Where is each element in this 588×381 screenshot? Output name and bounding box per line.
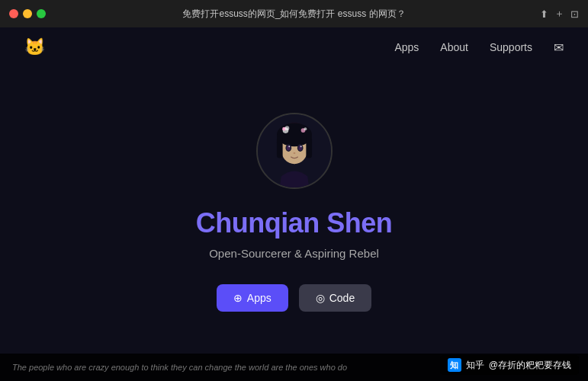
zhihu-platform: 知乎	[466, 359, 484, 372]
share-icon[interactable]: ⬆	[540, 8, 548, 20]
nav-link-about[interactable]: About	[440, 41, 468, 53]
hero-section: Chunqian Shen Open-Sourcerer & Aspiring …	[0, 27, 588, 381]
titlebar-actions: ⬆ ＋ ⊡	[540, 7, 579, 21]
mail-icon[interactable]: ✉	[554, 40, 564, 55]
minimize-button[interactable]	[23, 9, 32, 18]
svg-point-18	[304, 127, 307, 130]
svg-rect-6	[306, 136, 312, 158]
hero-buttons: ⊕ Apps ◎ Code	[217, 284, 371, 312]
hero-name: Chunqian Shen	[196, 207, 393, 239]
traffic-lights	[9, 9, 46, 18]
sidebar-icon[interactable]: ⊡	[570, 8, 579, 20]
nav-link-apps[interactable]: Apps	[394, 41, 419, 53]
svg-point-12	[300, 146, 301, 147]
svg-point-11	[288, 146, 290, 147]
zhihu-user: @存折的粑粑要存钱	[489, 359, 571, 372]
svg-rect-5	[276, 136, 282, 158]
apps-button[interactable]: ⊕ Apps	[217, 284, 288, 312]
svg-point-16	[284, 126, 289, 130]
svg-point-13	[293, 152, 295, 153]
code-button[interactable]: ◎ Code	[299, 284, 371, 312]
zhihu-logo-icon: 知	[448, 358, 461, 372]
apps-button-label: Apps	[247, 292, 272, 304]
site-logo: 🐱	[24, 37, 45, 57]
add-tab-icon[interactable]: ＋	[554, 7, 564, 21]
zhihu-watermark: 知 知乎 @存折的粑粑要存钱	[440, 355, 579, 375]
title-bar: 免费打开essuss的网页_如何免费打开 essuss 的网页？ ⬆ ＋ ⊡	[0, 0, 588, 27]
nav-links: Apps About Supports ✉	[394, 40, 564, 55]
url-bar[interactable]: 免费打开essuss的网页_如何免费打开 essuss 的网页？	[182, 8, 405, 21]
navbar: 🐱 Apps About Supports ✉	[0, 27, 588, 67]
browser-content: 🐱 Apps About Supports ✉	[0, 27, 588, 381]
nav-link-supports[interactable]: Supports	[490, 41, 532, 53]
avatar	[256, 113, 333, 189]
apps-button-icon: ⊕	[233, 292, 243, 304]
code-button-label: Code	[329, 292, 355, 304]
code-button-icon: ◎	[316, 292, 325, 304]
close-button[interactable]	[9, 9, 18, 18]
footer-quote: The people who are crazy enough to think…	[12, 363, 347, 372]
hero-tagline: Open-Sourcerer & Aspiring Rebel	[209, 247, 379, 260]
maximize-button[interactable]	[37, 9, 46, 18]
